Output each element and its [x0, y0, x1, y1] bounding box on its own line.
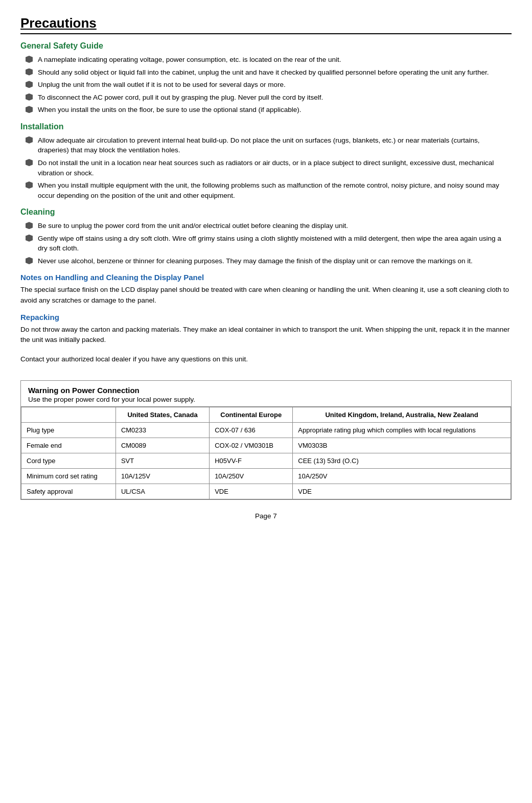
list-item: To disconnect the AC power cord, pull it…	[26, 93, 512, 103]
table-cell-4-3: VDE	[293, 484, 511, 499]
cleaning-list: Be sure to unplug the power cord from th…	[20, 221, 512, 266]
bullet-icon	[26, 257, 33, 264]
list-item: Unplug the unit from the wall outlet if …	[26, 80, 512, 90]
page-title: Precautions	[20, 15, 512, 34]
table-cell-4-2: VDE	[210, 484, 293, 499]
section-heading-installation: Installation	[20, 122, 512, 131]
table-cell-2-3: CEE (13) 53rd (O.C)	[293, 453, 511, 468]
section-heading-cleaning: Cleaning	[20, 208, 512, 217]
list-item: Gently wipe off stains using a dry soft …	[26, 234, 512, 254]
table-cell-1-2: COX-02 / VM0301B	[210, 438, 293, 453]
section-heading-general-safety: General Safety Guide	[20, 41, 512, 51]
list-item-text: A nameplate indicating operating voltage…	[38, 55, 341, 65]
bullet-icon	[26, 56, 33, 63]
table-cell-0-3: Appropriate rating plug which complies w…	[293, 422, 511, 438]
bullet-icon	[26, 81, 33, 88]
table-row: Female endCM0089COX-02 / VM0301BVM0303B	[21, 438, 511, 453]
table-cell-3-3: 10A/250V	[293, 468, 511, 484]
warning-header: Warning on Power Connection Use the prop…	[21, 381, 511, 407]
table-row: Minimum cord set rating10A/125V10A/250V1…	[21, 468, 511, 484]
table-cell-3-1: 10A/125V	[115, 468, 209, 484]
list-item: Be sure to unplug the power cord from th…	[26, 221, 512, 231]
bullet-icon	[26, 136, 33, 144]
list-item: A nameplate indicating operating voltage…	[26, 55, 512, 65]
list-item: Do not install the unit in a location ne…	[26, 158, 512, 178]
list-item-text: Do not install the unit in a location ne…	[38, 158, 512, 178]
table-header-row: United States, CanadaContinental EuropeU…	[21, 407, 511, 422]
list-item-text: Unplug the unit from the wall outlet if …	[38, 80, 286, 90]
list-item: When you install the units on the floor,…	[26, 105, 512, 115]
installation-list: Allow adequate air circulation to preven…	[20, 135, 512, 200]
table-row: Cord typeSVTH05VV-FCEE (13) 53rd (O.C)	[21, 453, 511, 468]
list-item: Should any solid object or liquid fall i…	[26, 67, 512, 78]
table-cell-1-3: VM0303B	[293, 438, 511, 453]
table-cell-4-1: UL/CSA	[115, 484, 209, 499]
table-cell-2-2: H05VV-F	[210, 453, 293, 468]
bullet-icon	[26, 68, 33, 76]
table-body: Plug typeCM0233COX-07 / 636Appropriate r…	[21, 422, 511, 499]
list-item: Never use alcohol, benzene or thinner fo…	[26, 256, 512, 266]
table-cell-2-1: SVT	[115, 453, 209, 468]
bullet-icon	[26, 235, 33, 242]
general-safety-list: A nameplate indicating operating voltage…	[20, 55, 512, 115]
table-row: Safety approvalUL/CSAVDEVDE	[21, 484, 511, 499]
bullet-icon	[26, 159, 33, 166]
list-item: When you install multiple equipment with…	[26, 180, 512, 200]
list-item-text: Be sure to unplug the power cord from th…	[38, 221, 348, 231]
table-col-header-3: United Kingdom, Ireland, Australia, New …	[293, 407, 511, 422]
bullet-icon	[26, 106, 33, 113]
table-cell-3-2: 10A/250V	[210, 468, 293, 484]
table-cell-1-1: CM0089	[115, 438, 209, 453]
table-col-header-1: United States, Canada	[115, 407, 209, 422]
repacking-body: Do not throw away the carton and packing…	[20, 325, 512, 346]
warning-table-wrapper: Warning on Power Connection Use the prop…	[20, 380, 512, 500]
table-cell-1-0: Female end	[21, 438, 116, 453]
table-cell-0-0: Plug type	[21, 422, 116, 438]
list-item-text: Should any solid object or liquid fall i…	[38, 67, 489, 78]
page-footer: Page 7	[20, 512, 512, 520]
table-cell-3-0: Minimum cord set rating	[21, 468, 116, 484]
table-row: Plug typeCM0233COX-07 / 636Appropriate r…	[21, 422, 511, 438]
bullet-icon	[26, 181, 33, 189]
bullet-icon	[26, 222, 33, 229]
list-item-text: Never use alcohol, benzene or thinner fo…	[38, 256, 473, 266]
contact-text: Contact your authorized local dealer if …	[20, 354, 512, 364]
warning-header-sub: Use the proper power cord for your local…	[28, 396, 504, 403]
section-heading-notes-handling: Notes on Handling and Cleaning the Displ…	[20, 273, 512, 282]
table-cell-2-0: Cord type	[21, 453, 116, 468]
list-item-text: To disconnect the AC power cord, pull it…	[38, 93, 323, 103]
list-item-text: When you install the units on the floor,…	[38, 105, 302, 115]
table-cell-4-0: Safety approval	[21, 484, 116, 499]
power-connection-table: United States, CanadaContinental EuropeU…	[21, 407, 511, 499]
table-col-header-2: Continental Europe	[210, 407, 293, 422]
bullet-icon	[26, 94, 33, 101]
table-cell-0-2: COX-07 / 636	[210, 422, 293, 438]
notes-handling-body: The special surface finish on the LCD di…	[20, 285, 512, 306]
list-item-text: Allow adequate air circulation to preven…	[38, 135, 512, 155]
table-col-header-0	[21, 407, 116, 422]
table-cell-0-1: CM0233	[115, 422, 209, 438]
warning-header-title: Warning on Power Connection	[28, 386, 504, 395]
section-heading-repacking: Repacking	[20, 313, 512, 322]
list-item-text: When you install multiple equipment with…	[38, 180, 512, 200]
list-item: Allow adequate air circulation to preven…	[26, 135, 512, 155]
list-item-text: Gently wipe off stains using a dry soft …	[38, 234, 512, 254]
